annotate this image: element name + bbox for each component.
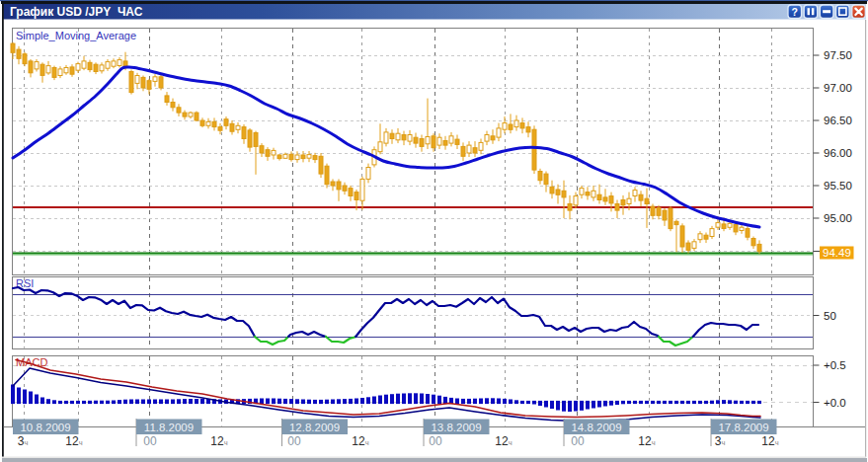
svg-text:?: ? xyxy=(792,6,798,18)
svg-text:96.00: 96.00 xyxy=(824,147,852,159)
svg-text:97.00: 97.00 xyxy=(824,82,852,94)
svg-text:13.8.2009: 13.8.2009 xyxy=(431,422,481,433)
svg-text:50: 50 xyxy=(824,310,836,322)
svg-text:00: 00 xyxy=(571,434,585,448)
svg-text:00: 00 xyxy=(429,434,442,448)
svg-text:MACD: MACD xyxy=(16,356,47,368)
svg-text:+0.0: +0.0 xyxy=(824,397,846,409)
svg-text:Simple_Moving_Average: Simple_Moving_Average xyxy=(16,30,136,41)
svg-text:11.8.2009: 11.8.2009 xyxy=(144,422,194,433)
svg-text:95.00: 95.00 xyxy=(824,212,852,224)
svg-text:00: 00 xyxy=(143,434,157,448)
svg-text:12.8.2009: 12.8.2009 xyxy=(289,422,340,433)
svg-text:14.8.2009: 14.8.2009 xyxy=(571,422,621,433)
svg-text:+0.5: +0.5 xyxy=(824,359,846,371)
svg-text:94.49: 94.49 xyxy=(823,247,851,259)
svg-text:00: 00 xyxy=(287,434,301,448)
svg-text:95.50: 95.50 xyxy=(824,180,852,192)
svg-text:96.50: 96.50 xyxy=(824,115,852,126)
svg-text:График USD /JPY ЧАС: График USD /JPY ЧАС xyxy=(10,5,143,19)
svg-text:10.8.2009: 10.8.2009 xyxy=(20,422,70,433)
svg-text:17.8.2009: 17.8.2009 xyxy=(718,422,768,433)
svg-text:97.50: 97.50 xyxy=(824,49,852,61)
